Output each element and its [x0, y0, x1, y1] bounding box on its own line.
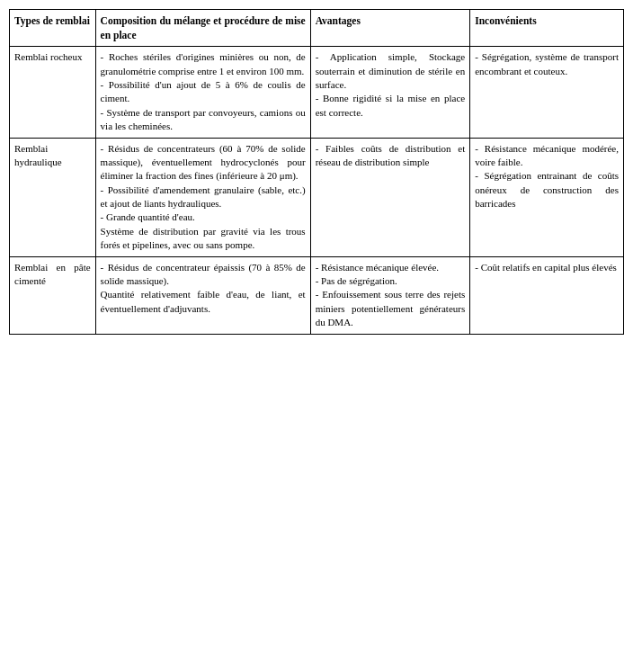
avantage-item: - Faibles coûts de distribution et résea…	[316, 142, 466, 170]
cell-avantages: - Faibles coûts de distribution et résea…	[310, 138, 470, 256]
composition-item: - Possibilité d'amendement granulaire (s…	[101, 184, 306, 211]
comparison-table: Types de remblai Composition du mélange …	[9, 9, 624, 335]
composition-item: - Résidus de concentrateurs (60 à 70% de…	[101, 142, 306, 184]
cell-inconvenients: - Résistance mécanique modérée, voire fa…	[470, 138, 624, 256]
inconvenient-item: - Résistance mécanique modérée, voire fa…	[475, 142, 619, 170]
table-row: Remblai rocheux- Roches stériles d'origi…	[10, 47, 624, 138]
cell-type: Remblai en pâte cimenté	[10, 256, 96, 334]
cell-inconvenients: - Ségrégation, système de transport enco…	[470, 47, 624, 138]
table-row: Remblai en pâte cimenté- Résidus de conc…	[10, 256, 624, 334]
table-row: Remblai hydraulique- Résidus de concentr…	[10, 138, 624, 256]
cell-composition: - Résidus de concentrateurs (60 à 70% de…	[95, 138, 310, 256]
inconvenient-item: - Ségrégation, système de transport enco…	[475, 50, 619, 78]
cell-avantages: - Résistance mécanique élevée.- Pas de s…	[310, 256, 470, 334]
cell-inconvenients: - Coût relatifs en capital plus élevés	[470, 256, 624, 334]
avantage-item: - Enfouissement sous terre des rejets mi…	[316, 288, 466, 329]
composition-item: - Roches stériles d'origines minières ou…	[101, 50, 306, 78]
avantage-item: - Bonne rigidité si la mise en place est…	[316, 92, 466, 120]
cell-composition: - Roches stériles d'origines minières ou…	[95, 47, 310, 138]
cell-avantages: - Application simple, Stockage souterrai…	[310, 47, 470, 138]
cell-type: Remblai hydraulique	[10, 138, 96, 256]
composition-item: - Résidus de concentrateur épaissis (70 …	[101, 261, 306, 289]
composition-item: - Système de transport par convoyeurs, c…	[101, 106, 306, 134]
header-inconvenients: Inconvénients	[470, 10, 624, 47]
inconvenient-item: - Coût relatifs en capital plus élevés	[475, 261, 619, 274]
composition-item: - Possibilité d'un ajout de 5 à 6% de co…	[101, 78, 306, 106]
composition-item: Quantité relativement faible d'eau, de l…	[101, 288, 306, 316]
inconvenient-item: - Ségrégation entrainant de coûts onéreu…	[475, 169, 619, 211]
composition-item: - Grande quantité d'eau.	[101, 211, 306, 224]
header-composition: Composition du mélange et procédure de m…	[95, 10, 310, 47]
cell-type: Remblai rocheux	[10, 47, 96, 138]
cell-composition: - Résidus de concentrateur épaissis (70 …	[95, 256, 310, 334]
avantage-item: - Application simple, Stockage souterrai…	[316, 50, 466, 92]
header-types: Types de remblai	[10, 10, 96, 47]
avantage-item: - Résistance mécanique élevée.	[316, 261, 466, 274]
composition-item: Système de distribution par gravité via …	[101, 225, 306, 253]
header-avantages: Avantages	[310, 10, 470, 47]
avantage-item: - Pas de ségrégation.	[316, 274, 466, 288]
